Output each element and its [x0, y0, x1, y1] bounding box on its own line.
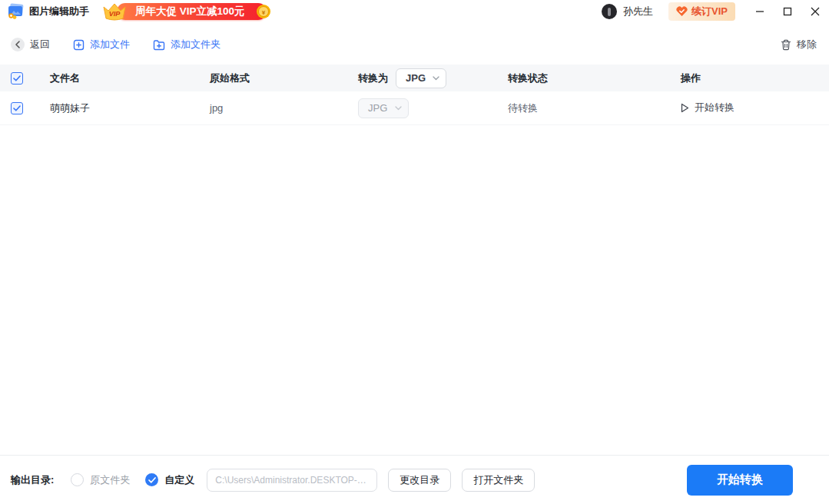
radio-original-folder[interactable]: 原文件夹 [71, 473, 130, 487]
gold-coin-icon: ¥ [256, 4, 271, 19]
change-dir-button[interactable]: 更改目录 [388, 469, 451, 492]
add-folder-button[interactable]: 添加文件夹 [153, 38, 221, 51]
radio-custom-label: 自定义 [164, 473, 194, 487]
window-controls [746, 0, 829, 23]
chevron-left-icon [11, 38, 25, 51]
check-icon [13, 105, 21, 111]
svg-text:VIP: VIP [109, 10, 121, 18]
svg-text:¥: ¥ [261, 9, 265, 16]
back-label: 返回 [30, 38, 50, 51]
remove-label: 移除 [797, 38, 817, 51]
global-format-select[interactable]: JPG [396, 68, 446, 88]
remove-button[interactable]: 移除 [781, 38, 817, 51]
radio-on-icon [145, 473, 158, 486]
select-all-checkbox[interactable] [11, 72, 23, 85]
folder-plus-icon [153, 39, 165, 51]
vip-crown-icon: VIP [101, 2, 128, 22]
table-header: 文件名 原始格式 转换为 JPG 转换状态 操作 [0, 65, 829, 91]
vip-promo-banner[interactable]: VIP 周年大促 VIP立减100元 ¥ [101, 2, 267, 22]
title-bar: 图片编辑助手 VIP 周年大促 VIP立减100元 ¥ 孙先生 续订VIP [0, 0, 829, 23]
maximize-button[interactable] [774, 0, 801, 23]
radio-off-icon [71, 473, 84, 486]
global-format-value: JPG [406, 72, 426, 84]
toolbar: 返回 添加文件 添加文件夹 移除 [0, 31, 829, 58]
header-status: 转换状态 [500, 71, 673, 85]
header-operation: 操作 [673, 71, 829, 85]
promo-text: 周年大促 VIP立减100元 [117, 3, 267, 20]
output-path-input[interactable] [207, 469, 377, 492]
chevron-down-icon [433, 76, 439, 81]
start-convert-button[interactable]: 开始转换 [687, 465, 793, 496]
radio-original-label: 原文件夹 [90, 473, 130, 487]
radio-custom[interactable]: 自定义 [145, 473, 194, 487]
table-row: 萌萌妹子 jpg JPG 待转换 开始转换 [0, 91, 829, 125]
row-filename: 萌萌妹子 [43, 101, 204, 115]
play-icon [681, 103, 689, 113]
row-format-select[interactable]: JPG [358, 98, 409, 118]
header-filename: 文件名 [43, 71, 204, 85]
add-folder-label: 添加文件夹 [171, 38, 221, 51]
open-folder-button[interactable]: 打开文件夹 [462, 469, 535, 492]
close-icon [811, 7, 820, 16]
vip-heart-icon [676, 6, 688, 17]
user-name: 孙先生 [623, 5, 653, 18]
row-checkbox[interactable] [11, 102, 23, 114]
chevron-down-icon [395, 106, 402, 111]
row-original-format: jpg [204, 102, 350, 114]
user-avatar[interactable] [602, 4, 617, 19]
minimize-button[interactable] [746, 0, 774, 23]
renew-vip-label: 续订VIP [691, 5, 728, 18]
maximize-icon [783, 7, 792, 16]
app-logo-icon [6, 3, 25, 20]
footer-bar: 输出目录: 原文件夹 自定义 更改目录 打开文件夹 开始转换 [0, 455, 829, 504]
add-file-button[interactable]: 添加文件 [73, 38, 130, 51]
close-button[interactable] [801, 0, 829, 23]
row-format-value: JPG [368, 102, 387, 114]
trash-icon [781, 39, 791, 51]
check-icon [13, 75, 21, 81]
back-button[interactable]: 返回 [11, 38, 50, 51]
output-dir-label: 输出目录: [11, 473, 54, 487]
renew-vip-button[interactable]: 续订VIP [668, 2, 735, 21]
header-convert-to: 转换为 [358, 71, 388, 85]
row-start-convert-label: 开始转换 [695, 101, 734, 114]
file-plus-icon [73, 39, 85, 51]
row-status: 待转换 [500, 101, 673, 115]
minimize-icon [755, 7, 764, 16]
add-file-label: 添加文件 [90, 38, 130, 51]
header-original-format: 原始格式 [204, 71, 350, 85]
row-start-convert-button[interactable]: 开始转换 [681, 101, 734, 114]
app-title: 图片编辑助手 [29, 5, 89, 18]
